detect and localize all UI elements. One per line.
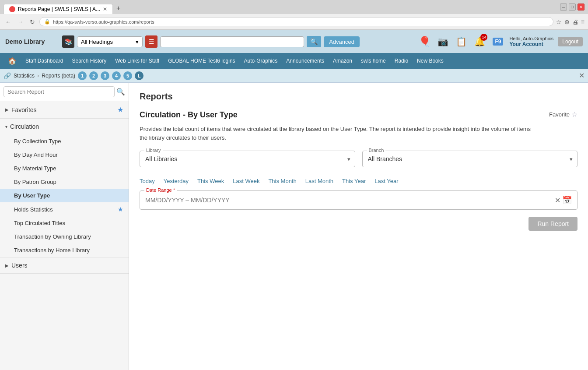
sidebar-item-by-collection-type[interactable]: By Collection Type <box>0 134 129 148</box>
f9-button[interactable]: F9 <box>491 35 505 49</box>
date-tab-this-month[interactable]: This Month <box>268 176 296 187</box>
nav-announcements[interactable]: Announcements <box>282 54 329 67</box>
date-tab-yesterday[interactable]: Yesterday <box>164 176 189 187</box>
close-button[interactable]: ✕ <box>578 4 584 11</box>
date-range-calendar-button[interactable]: 📅 <box>562 195 572 205</box>
branch-select[interactable]: All Branches <box>368 155 572 163</box>
user-account-label: Your Account <box>509 41 553 47</box>
camera-icon: 📷 <box>438 36 448 47</box>
nav-new-books[interactable]: New Books <box>413 54 448 67</box>
breadcrumb-bar: 🔗 Statistics › Reports (beta) 1 2 3 4 5 … <box>0 69 588 83</box>
minimize-button[interactable]: ─ <box>560 4 567 11</box>
breadcrumb-tag-3[interactable]: 3 <box>101 71 109 80</box>
breadcrumb-reports[interactable]: Reports (beta) <box>42 73 75 79</box>
date-range-label: Date Range * <box>144 187 177 193</box>
user-account-area[interactable]: Hello, Auto-Graphics Your Account <box>509 36 553 47</box>
date-tab-this-week[interactable]: This Week <box>197 176 224 187</box>
sidebar-item-top-circulated-titles[interactable]: Top Circulated Titles <box>0 216 129 230</box>
sidebar-item-by-patron-group[interactable]: By Patron Group <box>0 175 129 189</box>
date-tab-last-week[interactable]: Last Week <box>233 176 259 187</box>
new-tab-button[interactable]: + <box>113 3 124 14</box>
print-button[interactable]: 🖨 <box>572 18 578 25</box>
breadcrumb-statistics[interactable]: Statistics <box>14 73 35 79</box>
sidebar-item-holds-statistics[interactable]: Holds Statistics ★ <box>0 202 129 216</box>
sidebar-section-circulation: ▾ Circulation By Collection Type By Day … <box>0 119 129 257</box>
date-range-clear-button[interactable]: ✕ <box>553 196 562 204</box>
nav-swls-home[interactable]: swls home <box>357 54 390 67</box>
advanced-button[interactable]: Advanced <box>324 36 360 47</box>
sidebar-section-favorites-header[interactable]: ▶ Favorites ★ <box>0 101 129 118</box>
camera-icon-button[interactable]: 📷 <box>436 35 450 49</box>
date-tab-last-year[interactable]: Last Year <box>374 176 398 187</box>
breadcrumb-tag-1[interactable]: 1 <box>78 71 87 80</box>
menu-button[interactable]: ≡ <box>581 18 584 25</box>
browser-tab-active[interactable]: Reports Page | SWLS | SWLS | A... ✕ <box>4 4 113 14</box>
required-asterisk: * <box>172 187 175 193</box>
nav-global-home[interactable]: GLOBAL HOME Test6 logins <box>164 54 239 67</box>
sidebar-item-transactions-home[interactable]: Transactions by Home Library <box>0 243 129 257</box>
by-patron-group-label: By Patron Group <box>14 179 56 185</box>
nav-home-button[interactable]: 🏠 <box>4 53 21 69</box>
browser-chrome: Reports Page | SWLS | SWLS | A... ✕ + ─ … <box>0 0 588 30</box>
notification-badge: 14 <box>480 34 487 41</box>
nav-amazon[interactable]: Amazon <box>329 54 357 67</box>
balloon-icon-button[interactable]: 🎈 <box>417 35 431 49</box>
tab-close-button[interactable]: ✕ <box>103 6 107 12</box>
browser-actions: ☆ ⊕ 🖨 ≡ <box>556 18 584 25</box>
search-input[interactable] <box>160 36 304 47</box>
nav-search-history[interactable]: Search History <box>68 54 111 67</box>
breadcrumb-tag-4[interactable]: 4 <box>112 71 121 80</box>
nav-auto-graphics[interactable]: Auto-Graphics <box>240 54 282 67</box>
holds-statistics-star-icon[interactable]: ★ <box>118 206 123 213</box>
sidebar-item-by-user-type[interactable]: By User Type <box>0 189 129 202</box>
search-type-dropdown[interactable]: All Headings ▾ <box>77 36 143 47</box>
nav-web-links[interactable]: Web Links for Staff <box>111 54 164 67</box>
library-select[interactable]: All Libraries <box>145 155 350 163</box>
nav-radio[interactable]: Radio <box>390 54 413 67</box>
nav-staff-dashboard[interactable]: Staff Dashboard <box>21 54 68 67</box>
back-button[interactable]: ← <box>4 18 13 26</box>
date-tab-last-month[interactable]: Last Month <box>305 176 333 187</box>
maximize-button[interactable]: □ <box>569 4 576 11</box>
forward-button[interactable]: → <box>16 18 25 26</box>
favorites-star-icon[interactable]: ★ <box>117 106 123 114</box>
favorite-button[interactable]: Favorite ☆ <box>549 110 578 119</box>
balloon-icon: 🎈 <box>419 36 430 47</box>
branch-field: Branch All Branches ▾ <box>362 151 578 167</box>
date-tab-today[interactable]: Today <box>140 176 155 187</box>
sidebar-section-users-header[interactable]: ▶ Users <box>0 257 129 273</box>
checklist-icon: 📋 <box>456 36 467 47</box>
search-area: 📚 All Headings ▾ ☰ 🔍 Advanced <box>62 35 360 48</box>
breadcrumb-tag-l[interactable]: L <box>135 71 144 80</box>
main-layout: 🔍 ▶ Favorites ★ ▾ Circulation By Collect… <box>0 83 588 370</box>
search-button[interactable]: 🔍 <box>307 36 321 47</box>
header-icons: 🎈 📷 📋 🔔 14 F9 Hello, Auto-Graphics Your … <box>417 35 583 49</box>
extensions-button[interactable]: ⊕ <box>564 18 570 25</box>
url-bar[interactable]: 🔒 https://qa-swls-verso.auto-graphics.co… <box>39 17 553 26</box>
run-report-button[interactable]: Run Report <box>528 217 578 231</box>
date-tab-this-year[interactable]: This Year <box>342 176 366 187</box>
logout-button[interactable]: Logout <box>558 37 583 46</box>
sidebar-item-by-day-and-hour[interactable]: By Day And Hour <box>0 148 129 162</box>
sidebar-search-input[interactable] <box>4 86 115 97</box>
breadcrumb-close-button[interactable]: ✕ <box>579 71 584 80</box>
notification-icon-button[interactable]: 🔔 14 <box>472 35 486 49</box>
sidebar-section-users: ▶ Users <box>0 257 129 274</box>
sidebar-list: ▶ Favorites ★ ▾ Circulation By Collectio… <box>0 101 129 370</box>
sidebar-section-circulation-header[interactable]: ▾ Circulation <box>0 119 129 134</box>
sidebar-search-icon[interactable]: 🔍 <box>116 88 125 96</box>
checklist-icon-button[interactable]: 📋 <box>454 35 468 49</box>
nav-bar: 🏠 Staff Dashboard Search History Web Lin… <box>0 53 588 69</box>
breadcrumb-tag-5[interactable]: 5 <box>123 71 132 80</box>
sidebar-item-by-material-type[interactable]: By Material Type <box>0 162 129 175</box>
stack-icon[interactable]: ☰ <box>145 35 158 48</box>
breadcrumb-tag-2[interactable]: 2 <box>89 71 98 80</box>
branch-field-label: Branch <box>367 148 386 153</box>
date-range-input[interactable] <box>145 197 553 204</box>
app-title: Demo Library <box>5 38 58 45</box>
report-title: Circulation - By User Type <box>140 110 238 120</box>
bookmark-button[interactable]: ☆ <box>556 18 562 25</box>
sidebar-item-transaction-owning[interactable]: Transaction by Owning Library <box>0 230 129 243</box>
user-greeting: Hello, Auto-Graphics <box>509 36 553 41</box>
reload-button[interactable]: ↻ <box>28 18 37 26</box>
